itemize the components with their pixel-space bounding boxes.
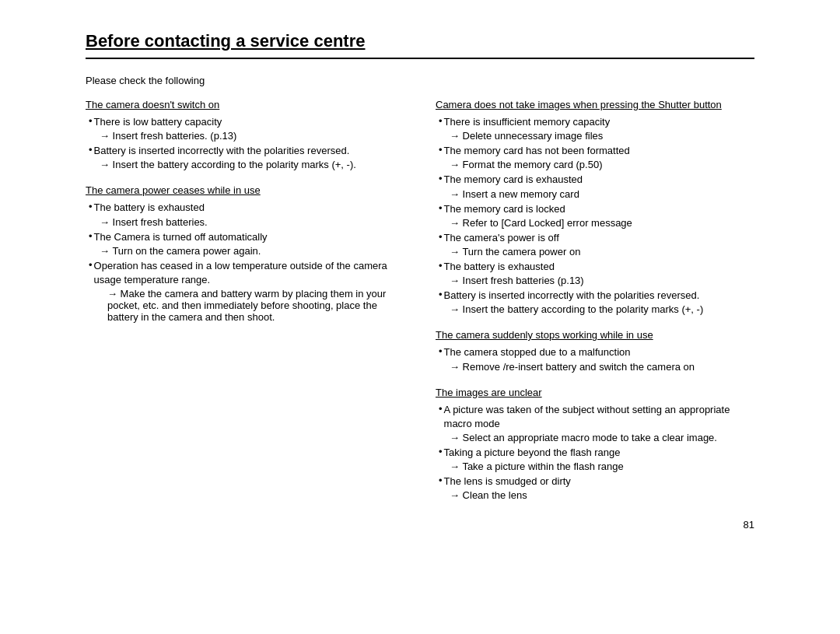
bullet-item: •The lens is smudged or dirty [439,475,754,489]
bullet-symbol: • [439,403,443,415]
content-columns: The camera doesn't switch on•There is lo… [86,99,754,515]
bullet-text: Taking a picture beyond the flash range [444,446,621,460]
bullet-item: •The memory card is exhausted [439,173,754,187]
arrow-item: → Insert fresh batteries. [89,216,404,228]
bullet-symbol: • [439,446,443,457]
bullet-item: •A picture was taken of the subject with… [439,403,754,431]
bullet-text: The Camera is turned off automatically [94,230,268,244]
arrow-item: → Remove /re-insert battery and switch t… [439,361,754,373]
bullet-symbol: • [89,144,93,156]
arrow-item: → Turn on the camera power again. [89,245,404,257]
section-no-image-title: Camera does not take images when pressin… [436,99,722,110]
arrow-item: → Take a picture within the flash range [439,461,754,472]
bullet-item: •Taking a picture beyond the flash range [439,446,754,460]
bullet-item: •Battery is inserted incorrectly with th… [89,144,404,158]
bullet-item: •The memory card is locked [439,202,754,216]
arrow-item: → Make the camera and battery warm by pl… [89,288,404,323]
bullet-text: The memory card is locked [444,202,565,216]
bullet-text: Battery is inserted incorrectly with the… [444,289,700,303]
bullet-text: There is insufficient memory capacity [444,115,611,129]
bullet-text: There is low battery capacity [94,115,222,129]
bullet-text: Battery is inserted incorrectly with the… [94,144,350,158]
bullet-symbol: • [439,231,443,243]
bullet-symbol: • [439,202,443,214]
bullet-item: •There is insufficient memory capacity [439,115,754,129]
bullet-symbol: • [439,345,443,357]
arrow-item: → Insert fresh batteries. (p.13) [89,130,404,142]
bullet-text: The memory card has not been formatted [444,144,630,158]
arrow-item: → Insert fresh batteries (p.13) [439,275,754,286]
bullet-symbol: • [439,260,443,271]
bullet-symbol: • [439,289,443,300]
intro-text: Please check the following [86,75,754,86]
bullet-item: •The battery is exhausted [439,260,754,274]
left-column: The camera doesn't switch on•There is lo… [86,99,404,515]
bullet-item: •The memory card has not been formatted [439,144,754,158]
section-camera-power-ceases: The camera power ceases while in use•The… [86,184,404,323]
arrow-item: → Turn the camera power on [439,246,754,257]
bullet-symbol: • [89,115,93,127]
bullet-text: The battery is exhausted [94,201,205,215]
bullet-symbol: • [89,259,93,271]
bullet-item: •The camera's power is off [439,231,754,245]
arrow-item: → Format the memory card (p.50) [439,159,754,170]
bullet-text: The memory card is exhausted [444,173,583,187]
bullet-text: The lens is smudged or dirty [444,475,571,489]
bullet-symbol: • [439,173,443,184]
right-column: Camera does not take images when pressin… [436,99,754,515]
bullet-symbol: • [439,475,443,486]
page: Before contacting a service centre Pleas… [47,0,793,546]
arrow-item: → Delete unnecessary image files [439,130,754,142]
section-camera-switch-title: The camera doesn't switch on [86,99,219,110]
bullet-symbol: • [439,144,443,156]
section-camera-stops-title: The camera suddenly stops working while … [436,329,653,341]
bullet-item: •The camera stopped due to a malfunction [439,345,754,359]
section-images-unclear: The images are unclear•A picture was tak… [436,387,754,502]
arrow-item: → Clean the lens [439,489,754,501]
page-title: Before contacting a service centre [86,31,754,59]
arrow-item: → Insert the battery according to the po… [439,303,754,315]
bullet-text: The camera stopped due to a malfunction [444,345,631,359]
bullet-item: •The Camera is turned off automatically [89,230,404,244]
bullet-item: •Battery is inserted incorrectly with th… [439,289,754,303]
section-camera-switch: The camera doesn't switch on•There is lo… [86,99,404,170]
bullet-item: •There is low battery capacity [89,115,404,129]
bullet-item: •Operation has ceased in a low temperatu… [89,259,404,287]
arrow-item: → Refer to [Card Locked] error message [439,217,754,229]
bullet-text: A picture was taken of the subject witho… [444,403,754,431]
arrow-item: → Insert a new memory card [439,188,754,200]
bullet-symbol: • [439,115,443,127]
arrow-item: → Select an appropriate macro mode to ta… [439,432,754,443]
arrow-item: → Insert the battery according to the po… [89,159,404,170]
bullet-text: Operation has ceased in a low temperatur… [94,259,404,287]
bullet-symbol: • [89,201,93,212]
section-no-image: Camera does not take images when pressin… [436,99,754,315]
section-images-unclear-title: The images are unclear [436,387,542,398]
section-camera-power-ceases-title: The camera power ceases while in use [86,184,261,196]
page-number: 81 [744,519,754,531]
bullet-symbol: • [89,230,93,242]
section-camera-stops: The camera suddenly stops working while … [436,329,754,372]
bullet-text: The battery is exhausted [444,260,555,274]
bullet-item: •The battery is exhausted [89,201,404,215]
bullet-text: The camera's power is off [444,231,559,245]
